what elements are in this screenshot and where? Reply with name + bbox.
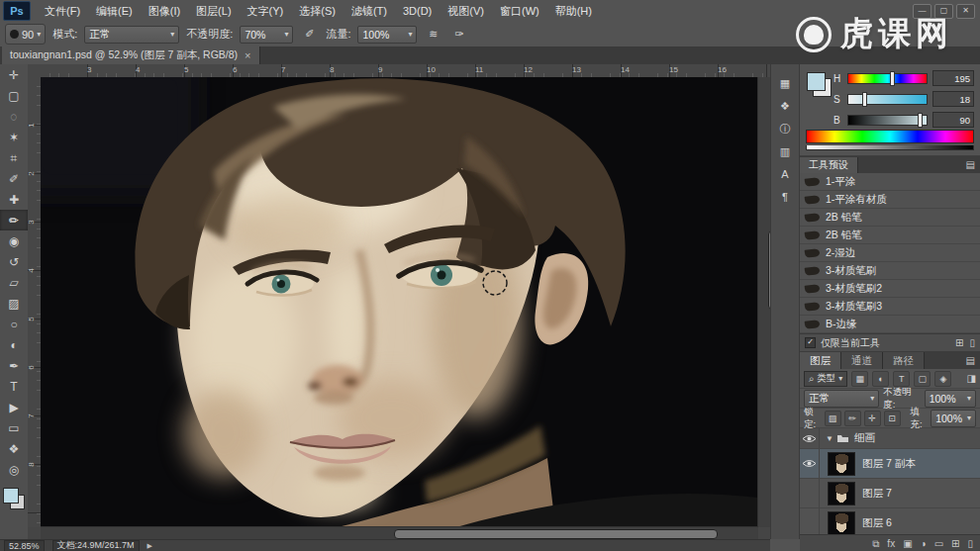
histogram-panel-icon[interactable]: ▥ xyxy=(774,141,796,161)
lock-pixels-icon[interactable]: ✏ xyxy=(844,411,861,426)
zoom-tool[interactable]: ◎ xyxy=(0,459,28,480)
menu-item[interactable]: 帮助(H) xyxy=(547,0,600,22)
saturation-slider[interactable] xyxy=(847,94,928,105)
visibility-toggle[interactable] xyxy=(800,428,820,448)
tool-preset-item[interactable]: 1-平涂 xyxy=(800,173,980,191)
horizontal-scrollbar-thumb[interactable] xyxy=(394,529,718,539)
menu-item[interactable]: 窗口(W) xyxy=(492,0,547,22)
brightness-slider[interactable] xyxy=(847,115,928,126)
filter-adjustment-layers-icon[interactable]: ◐ xyxy=(872,371,889,387)
filter-smart-objects-icon[interactable]: ◈ xyxy=(934,371,951,387)
status-flyout-icon[interactable]: ▶ xyxy=(147,542,152,550)
layer-opacity-select[interactable]: 100% ▾ xyxy=(925,390,976,408)
visibility-toggle[interactable] xyxy=(800,479,820,507)
visibility-toggle[interactable] xyxy=(800,508,820,534)
panel-menu-icon[interactable]: ▤ xyxy=(966,159,975,170)
opacity-select[interactable]: 70% ▾ xyxy=(240,26,293,44)
blur-tool[interactable]: ○ xyxy=(0,314,28,334)
brush-tool[interactable]: ✏ xyxy=(0,210,28,230)
move-tool[interactable]: ✛ xyxy=(0,64,28,85)
layer-group-row[interactable]: ▼ 细画 xyxy=(800,428,980,449)
lock-transparency-icon[interactable]: ▨ xyxy=(825,411,841,426)
flow-select[interactable]: 100% ▾ xyxy=(357,26,417,44)
link-layers-icon[interactable]: ⧉ xyxy=(872,535,879,551)
pen-tool[interactable]: ✒ xyxy=(0,355,28,376)
tablet-pressure-size-icon[interactable]: ✑ xyxy=(449,26,468,44)
horizontal-scrollbar[interactable] xyxy=(41,526,758,539)
styles-panel-icon[interactable]: ❖ xyxy=(774,96,796,116)
quick-selection-tool[interactable]: ✶ xyxy=(0,127,28,147)
zoom-level-field[interactable]: 52.85% xyxy=(4,540,45,551)
new-tool-preset-icon[interactable]: ⊞ xyxy=(955,337,963,348)
hue-slider[interactable] xyxy=(847,73,928,84)
tool-preset-item[interactable]: 3-材质笔刷2 xyxy=(800,280,980,298)
canvas[interactable] xyxy=(41,77,758,527)
current-tool-only-checkbox[interactable]: ✓ xyxy=(805,337,816,348)
close-tab-icon[interactable]: × xyxy=(245,49,250,61)
saturation-value[interactable]: 18 xyxy=(932,91,974,107)
eraser-tool[interactable]: ▱ xyxy=(0,272,28,293)
shape-tool[interactable]: ▭ xyxy=(0,417,28,438)
tool-preset-item[interactable]: 2B 铅笔 xyxy=(800,209,980,227)
eyedropper-tool[interactable]: ✐ xyxy=(0,168,28,189)
new-adjustment-layer-icon[interactable]: ◑ xyxy=(921,535,927,551)
menu-item[interactable]: 视图(V) xyxy=(440,0,492,22)
vertical-scrollbar[interactable] xyxy=(757,77,770,527)
tool-preset-item[interactable]: 1-平涂有材质 xyxy=(800,191,980,209)
lock-position-icon[interactable]: ✛ xyxy=(864,411,881,426)
minimize-button[interactable]: — xyxy=(913,4,931,19)
maximize-button[interactable]: ▢ xyxy=(934,4,953,19)
new-group-icon[interactable]: ▭ xyxy=(934,535,943,551)
tool-presets-tab[interactable]: 工具预设 xyxy=(800,157,858,173)
layer-filter-type-select[interactable]: ⌕ 类型 ▾ xyxy=(804,371,847,387)
layer-row[interactable]: 图层 7 副本 xyxy=(800,449,980,479)
ruler-horizontal[interactable]: 345678910111213141516 xyxy=(41,64,770,78)
saturation-slider-handle[interactable] xyxy=(862,92,867,107)
menu-item[interactable]: 图像(I) xyxy=(141,0,188,22)
document-tab[interactable]: touxiangnan1.psd @ 52.9% (图层 7 副本, RGB/8… xyxy=(2,46,260,64)
tool-preset-item[interactable]: 3-材质笔刷3 xyxy=(800,298,980,316)
group-disclosure-icon[interactable]: ▼ xyxy=(826,434,833,443)
layer-row[interactable]: 图层 7 xyxy=(800,479,980,508)
tool-preset-item[interactable]: 3-材质笔刷 xyxy=(800,262,980,280)
brightness-value[interactable]: 90 xyxy=(932,112,974,128)
menu-item[interactable]: 文件(F) xyxy=(37,0,88,22)
tool-preset-item[interactable]: 2B 铅笔 xyxy=(800,227,980,244)
foreground-color-swatch[interactable] xyxy=(3,488,19,504)
dodge-tool[interactable]: ◐ xyxy=(0,334,28,355)
ruler-corner[interactable] xyxy=(28,64,42,78)
filter-type-layers-icon[interactable]: T xyxy=(893,371,910,387)
delete-tool-preset-icon[interactable]: ▯ xyxy=(969,337,975,348)
paragraph-panel-icon[interactable]: ¶ xyxy=(774,187,796,207)
tab-paths[interactable]: 路径 xyxy=(883,352,925,369)
foreground-color-chip[interactable] xyxy=(807,72,826,91)
filter-shape-layers-icon[interactable]: ▢ xyxy=(914,371,931,387)
filter-pixel-layers-icon[interactable]: ▦ xyxy=(851,371,868,387)
layer-styles-icon[interactable]: fx xyxy=(887,535,895,551)
layer-name[interactable]: 图层 6 xyxy=(862,516,892,530)
crop-tool[interactable]: ⌗ xyxy=(0,147,28,168)
tab-channels[interactable]: 通道 xyxy=(841,352,883,369)
tool-preset-item[interactable]: 2-湿边 xyxy=(800,244,980,262)
lock-all-icon[interactable]: ⊡ xyxy=(884,411,901,426)
layer-name[interactable]: 图层 7 xyxy=(862,487,892,501)
marquee-tool[interactable]: ▢ xyxy=(0,85,28,106)
character-panel-icon[interactable]: A xyxy=(774,164,796,184)
airbrush-icon[interactable]: ≋ xyxy=(424,26,442,44)
hand-tool[interactable]: ❖ xyxy=(0,438,28,459)
tool-preset-picker[interactable]: 90 ▾ xyxy=(5,24,46,45)
grayscale-ramp[interactable] xyxy=(806,145,974,150)
menu-item[interactable]: 滤镜(T) xyxy=(343,0,395,22)
close-button[interactable]: ✕ xyxy=(956,4,975,19)
gradient-tool[interactable]: ▨ xyxy=(0,293,28,314)
menu-item[interactable]: 3D(D) xyxy=(395,0,440,22)
lasso-tool[interactable]: ◌ xyxy=(0,106,28,127)
menu-item[interactable]: 选择(S) xyxy=(291,0,343,22)
type-tool[interactable]: T xyxy=(0,376,28,397)
layer-row[interactable]: 图层 6 xyxy=(800,508,980,534)
add-layer-mask-icon[interactable]: ▣ xyxy=(903,535,912,551)
info-panel-icon[interactable]: ⓘ xyxy=(774,119,796,138)
layer-filter-toggle-icon[interactable]: ◨ xyxy=(967,373,976,384)
new-layer-icon[interactable]: ⊞ xyxy=(951,535,959,551)
menu-item[interactable]: 文字(Y) xyxy=(240,0,292,22)
